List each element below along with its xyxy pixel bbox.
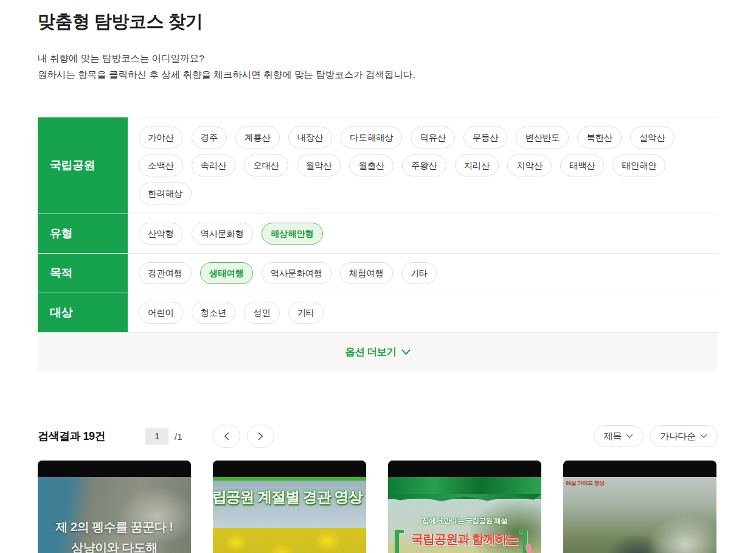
filter-chip[interactable]: 설악산 [630,127,675,148]
letterbox-bar [213,461,366,477]
filter-chip[interactable]: 내장산 [288,127,333,148]
thumbnail-title-line: 국립공원과 함께하는 [388,531,541,548]
filter-chip[interactable]: 태안해안 [612,155,665,176]
filter-row-1: 유형산악형역사문화형해상해안형 [38,214,718,254]
result-card-video-seasonal[interactable]: 립공원 계절별 경관 영상 [213,461,366,553]
filter-chip[interactable]: 생태여행 [200,262,253,284]
results-header: 검색결과 19건 /1 제목 가나다순 [38,425,718,448]
filter-chip[interactable]: 태백산 [560,155,605,176]
filter-chip[interactable]: 기타 [401,262,437,284]
filter-chip[interactable]: 변산반도 [516,127,569,148]
filter-row-label: 국립공원 [38,117,128,214]
filter-chip[interactable]: 가야산 [139,127,183,148]
filter-chip[interactable]: 월출산 [349,155,394,176]
sort-field-dropdown[interactable]: 제목 [594,425,643,447]
filter-chip[interactable]: 역사문화여행 [262,262,331,284]
filter-chip[interactable]: 지리산 [455,155,499,176]
filter-chip[interactable]: 해상해안형 [262,223,323,245]
filter-row-label: 목적 [38,254,128,293]
filter-chip-group: 산악형역사문화형해상해안형 [128,214,718,253]
filter-row-label: 대상 [38,293,128,332]
filter-chip[interactable]: 체험여행 [340,262,393,284]
filter-chip[interactable]: 치악산 [507,155,552,176]
filter-chip[interactable]: 오대산 [244,155,288,176]
letterbox-bar [388,461,541,477]
thumbnail-title-line: 제 2의 펭수를 꿈꾼다 ! [38,519,191,535]
subtitle-line-1: 내 취향에 맞는 탐방코스는 어디일까요? [38,50,718,66]
filter-chip[interactable]: 월악산 [297,155,341,176]
chevron-left-icon [224,432,229,440]
filter-chip[interactable]: 경주 [192,127,227,148]
chevron-down-icon [401,349,411,355]
more-options-button[interactable]: 옵션 더보기 [38,333,718,371]
page-title: 맞춤형 탐방코스 찾기 [38,10,718,34]
filter-chip[interactable]: 북한산 [577,127,622,148]
result-card-video-gwanmaedo[interactable]: 집에서 만나는 국립공원 해설 [ ] 국립공원과 함께하는 관매도 이야기 1… [388,461,541,553]
thumbnail-title-line: 상냥이와 다도해 [38,540,191,553]
filter-chip[interactable]: 청소년 [192,302,236,324]
sort-order-label: 가나다순 [660,431,696,442]
more-options-label: 옵션 더보기 [345,346,396,359]
next-page-button[interactable] [247,425,274,448]
filter-chip[interactable]: 어린이 [139,302,183,324]
filter-row-3: 대상어린이청소년성인기타 [38,293,718,333]
filter-chip-group: 어린이청소년성인기타 [128,293,718,332]
rapeseed-flowers-image [213,528,366,553]
filter-row-0: 국립공원가야산경주계룡산내장산다도해해상덕유산무등산변산반도북한산설악산소백산속… [38,117,718,214]
filter-chip[interactable]: 주왕산 [402,155,446,176]
result-card-video-dadohae[interactable]: 제 2의 펭수를 꿈꾼다 ! 상냥이와 다도해 다도해해상국립공원사무소 [38,461,191,553]
chevron-down-icon [626,434,633,439]
page-number-input[interactable] [145,428,168,445]
sort-field-label: 제목 [604,431,622,442]
filter-chip[interactable]: 한려해상 [139,183,192,204]
filter-row-label: 유형 [38,214,128,253]
filter-table: 국립공원가야산경주계룡산내장산다도해해상덕유산무등산변산반도북한산설악산소백산속… [38,117,718,333]
filter-chip-group: 경관여행생태여행역사문화여행체험여행기타 [128,254,718,293]
prev-page-button[interactable] [213,425,240,448]
filter-chip[interactable]: 기타 [288,302,324,324]
green-stripe [213,477,366,481]
subtitle-line-2: 원하시는 항목을 클릭하신 후 상세 취향을 체크하시면 취향에 맞는 탐방코스… [38,66,718,83]
filter-chip[interactable]: 다도해해상 [341,127,402,148]
result-card-list: 제 2의 펭수를 꿈꾼다 ! 상냥이와 다도해 다도해해상국립공원사무소 립공원… [38,461,718,553]
filter-row-2: 목적경관여행생태여행역사문화여행체험여행기타 [38,254,718,293]
filter-chip[interactable]: 계룡산 [235,127,280,148]
chevron-down-icon [700,434,707,439]
filter-chip[interactable]: 소백산 [139,155,183,176]
thumbnail-title-line: 립공원 계절별 경관 영상 [213,487,366,507]
filter-chip[interactable]: 덕유산 [411,127,455,148]
page-subtitle: 내 취향에 맞는 탐방코스는 어디일까요? 원하시는 항목을 클릭하신 후 상세… [38,50,718,83]
results-count: 검색결과 19건 [38,429,105,443]
filter-chip[interactable]: 경관여행 [139,262,192,284]
chevron-right-icon [258,432,263,440]
result-card-video-mountain[interactable]: 해설 가이드 영상 [563,461,716,553]
page-total: /1 [175,431,182,442]
filter-chip-group: 가야산경주계룡산내장산다도해해상덕유산무등산변산반도북한산설악산소백산속리산오대… [128,117,718,214]
page-container: 맞춤형 탐방코스 찾기 내 취향에 맞는 탐방코스는 어디일까요? 원하시는 항… [38,0,718,553]
filter-chip[interactable]: 역사문화형 [192,223,253,245]
thumbnail-caption: 해설 가이드 영상 [566,479,605,487]
sort-order-dropdown[interactable]: 가나다순 [650,425,718,447]
tropical-leaves-border [388,477,541,499]
filter-chip[interactable]: 산악형 [139,223,183,245]
letterbox-bar [563,461,716,477]
filter-chip[interactable]: 속리산 [192,155,236,176]
filter-chip[interactable]: 성인 [244,302,279,324]
filter-chip[interactable]: 무등산 [463,127,508,148]
letterbox-bar [38,461,191,477]
